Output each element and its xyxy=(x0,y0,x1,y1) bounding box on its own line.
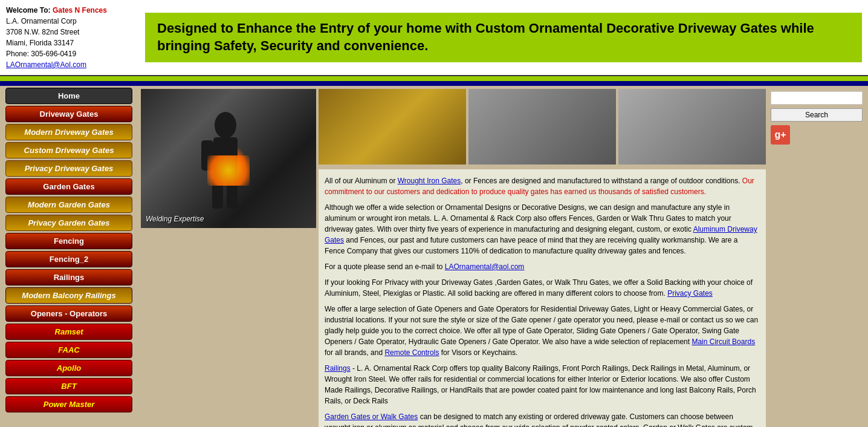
search-input[interactable] xyxy=(771,91,863,105)
sidebar-item-railings[interactable]: Railings xyxy=(5,269,132,285)
email-link[interactable]: LAOrnamental@Aol.com xyxy=(6,60,86,69)
sidebar-item-modern-balcony[interactable]: Modern Balcony Railings xyxy=(5,287,132,304)
para1: All of our Aluminum or Wrought Iron Gate… xyxy=(325,175,760,197)
gplus-icon[interactable]: g+ xyxy=(771,125,790,145)
main-layout: Home Driveway Gates Modern Driveway Gate… xyxy=(0,86,868,427)
search-button[interactable]: Search xyxy=(771,108,863,122)
address-line2: Miami, Florida 33147 xyxy=(6,37,145,48)
sidebar-item-apollo[interactable]: Apollo xyxy=(5,360,132,376)
para6: Garden Gates or Walk Gates can be design… xyxy=(325,411,760,427)
garden-link[interactable]: Garden Gates or Walk Gates xyxy=(325,412,418,421)
welding-caption: Welding Expertise xyxy=(146,215,204,223)
sidebar-item-power-master[interactable]: Power Master xyxy=(5,396,132,412)
welcome-text: Welcome To: Gates N Fences xyxy=(6,5,145,16)
gate-image-3 xyxy=(618,89,766,165)
sidebar-item-home[interactable]: Home xyxy=(5,88,132,104)
welcome-label: Welcome To: xyxy=(6,6,51,15)
tagline: Designed to Enhance the Entry of your ho… xyxy=(145,13,862,62)
sidebar-item-driveway-gates[interactable]: Driveway Gates xyxy=(5,106,132,122)
green-stripe xyxy=(0,76,868,81)
sidebar-item-faac[interactable]: FAAC xyxy=(5,342,132,358)
sidebar-item-bft[interactable]: BFT xyxy=(5,378,132,394)
blue-stripe xyxy=(0,81,868,86)
gate-images-row xyxy=(319,89,766,165)
welding-image: Welding Expertise xyxy=(141,89,316,228)
search-box: Search g+ xyxy=(768,89,865,147)
privacy-link[interactable]: Privacy Gates xyxy=(667,289,713,298)
welding-spark xyxy=(207,155,250,186)
quote-email-link[interactable]: LAOrnamental@aol.com xyxy=(445,262,525,271)
company-name: L.A. Ornamental Corp xyxy=(6,16,145,27)
content-area: Welding Expertise All of our Aluminum or… xyxy=(138,86,868,427)
address-line1: 3708 N.W. 82nd Street xyxy=(6,27,145,37)
sidebar-item-ramset[interactable]: Ramset xyxy=(5,324,132,340)
svg-point-0 xyxy=(215,112,236,139)
para-quote: For a quote please send an e-mail to LAO… xyxy=(325,261,760,272)
railings-link[interactable]: Railings xyxy=(325,364,351,373)
header: Welcome To: Gates N Fences L.A. Ornament… xyxy=(0,0,868,76)
remote-link[interactable]: Remote Controls xyxy=(384,348,439,357)
company-info: Welcome To: Gates N Fences L.A. Ornament… xyxy=(6,5,145,70)
para4: We offer a large selection of Gate Opene… xyxy=(325,304,760,358)
sidebar-item-privacy-driveway[interactable]: Privacy Driveway Gates xyxy=(5,160,132,177)
sidebar-item-garden-gates[interactable]: Garden Gates xyxy=(5,178,132,195)
brand-name: Gates N Fences xyxy=(53,6,107,15)
sidebar-item-modern-garden[interactable]: Modern Garden Gates xyxy=(5,197,132,213)
wrought-iron-link[interactable]: Wrought Iron Gates xyxy=(398,177,461,185)
google-plus: g+ xyxy=(771,125,863,145)
images-search-row: Welding Expertise All of our Aluminum or… xyxy=(141,89,865,427)
sidebar-item-custom-driveway[interactable]: Custom Driveway Gates xyxy=(5,142,132,158)
intro-text: All of our Aluminum or Wrought Iron Gate… xyxy=(319,169,766,427)
para3: If your looking For Privacy with your Dr… xyxy=(325,277,760,299)
sidebar-item-openers[interactable]: Openers - Operators xyxy=(5,305,132,322)
gate-image-2 xyxy=(468,89,616,165)
phone: Phone: 305-696-0419 xyxy=(6,48,145,59)
sidebar-item-fencing2[interactable]: Fencing_2 xyxy=(5,251,132,267)
main-circuit-link[interactable]: Main Circuit Boards xyxy=(691,337,755,346)
gate-images: All of our Aluminum or Wrought Iron Gate… xyxy=(319,89,766,427)
sidebar: Home Driveway Gates Modern Driveway Gate… xyxy=(0,86,138,427)
sidebar-item-modern-driveway[interactable]: Modern Driveway Gates xyxy=(5,124,132,140)
para2: Although we offer a wide selection or Or… xyxy=(325,202,760,256)
para5: Railings - L. A. Ornamental Rack Corp of… xyxy=(325,363,760,406)
sidebar-item-fencing[interactable]: Fencing xyxy=(5,233,132,249)
sidebar-item-privacy-garden[interactable]: Privacy Garden Gates xyxy=(5,215,132,231)
gate-image-1 xyxy=(319,89,466,165)
